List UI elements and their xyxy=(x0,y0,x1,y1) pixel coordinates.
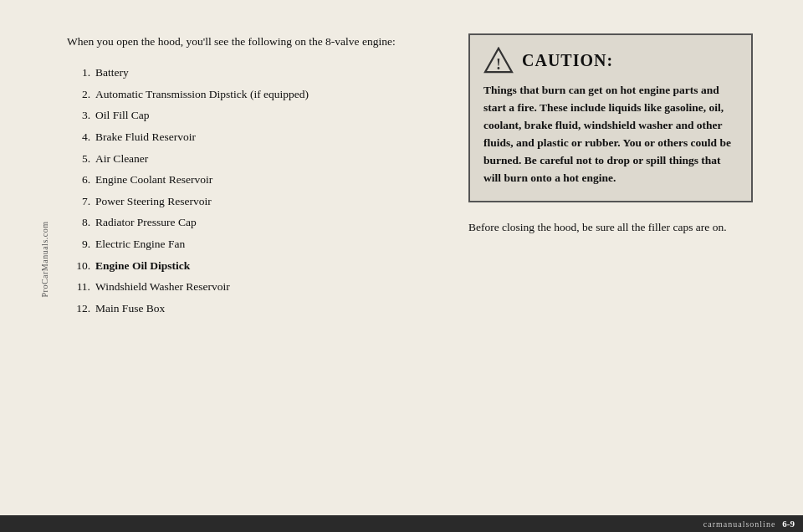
list-item: 6.Engine Coolant Reservoir xyxy=(67,171,435,189)
list-item: 7.Power Steering Reservoir xyxy=(67,192,435,211)
list-item: 5.Air Cleaner xyxy=(67,150,435,168)
item-label: Oil Fill Cap xyxy=(95,106,150,125)
list-item: 1.Battery xyxy=(67,64,435,82)
intro-text: When you open the hood, you'll see the f… xyxy=(67,33,435,50)
list-item: 8.Radiator Pressure Cap xyxy=(67,213,435,232)
caution-triangle-icon: ! xyxy=(483,47,514,74)
closing-text: Before closing the hood, be sure all the… xyxy=(468,219,753,237)
item-number: 5. xyxy=(67,150,90,168)
left-column: When you open the hood, you'll see the f… xyxy=(50,33,435,494)
item-number: 2. xyxy=(67,85,90,104)
footer-brand: carmanualsonline xyxy=(703,519,776,529)
item-label: Main Fuse Box xyxy=(95,299,165,318)
list-item: 3.Oil Fill Cap xyxy=(67,106,435,125)
sidebar-label: ProCarManuals.com xyxy=(40,222,49,298)
footer-page: 6-9 xyxy=(782,519,795,529)
item-number: 12. xyxy=(67,299,90,318)
page-container: ProCarManuals.com When you open the hood… xyxy=(0,0,803,519)
item-number: 6. xyxy=(67,171,90,189)
caution-box: ! CAUTION: Things that burn can get on h… xyxy=(468,33,753,202)
item-number: 11. xyxy=(67,278,90,296)
caution-header: ! CAUTION: xyxy=(483,47,738,74)
list-item: 2.Automatic Transmission Dipstick (if eq… xyxy=(67,85,435,104)
item-label: Battery xyxy=(95,64,129,82)
item-number: 3. xyxy=(67,106,90,125)
item-label: Radiator Pressure Cap xyxy=(95,213,197,232)
item-label: Power Steering Reservoir xyxy=(95,192,212,211)
right-column: ! CAUTION: Things that burn can get on h… xyxy=(468,33,753,494)
item-number: 8. xyxy=(67,213,90,232)
list-item: 11.Windshield Washer Reservoir xyxy=(67,278,435,296)
item-label: Windshield Washer Reservoir xyxy=(95,278,230,296)
footer-bar: carmanualsonline 6-9 xyxy=(0,515,803,532)
item-number: 7. xyxy=(67,192,90,211)
item-number: 4. xyxy=(67,128,90,146)
list-item: 12.Main Fuse Box xyxy=(67,299,435,318)
svg-text:!: ! xyxy=(496,56,501,73)
list-item: 4.Brake Fluid Reservoir xyxy=(67,128,435,146)
item-number: 1. xyxy=(67,64,90,82)
item-label: Engine Coolant Reservoir xyxy=(95,171,212,189)
items-list: 1.Battery2.Automatic Transmission Dipsti… xyxy=(67,64,435,317)
item-number: 9. xyxy=(67,235,90,253)
item-label: Automatic Transmission Dipstick (if equi… xyxy=(95,85,309,104)
list-item: 9.Electric Engine Fan xyxy=(67,235,435,253)
item-label: Air Cleaner xyxy=(95,150,148,168)
item-label: Engine Oil Dipstick xyxy=(95,257,190,275)
item-number: 10. xyxy=(67,257,90,275)
item-label: Brake Fluid Reservoir xyxy=(95,128,196,146)
list-item: 10.Engine Oil Dipstick xyxy=(67,257,435,275)
item-label: Electric Engine Fan xyxy=(95,235,185,253)
caution-title: CAUTION: xyxy=(522,51,613,70)
caution-body: Things that burn can get on hot engine p… xyxy=(483,82,738,187)
